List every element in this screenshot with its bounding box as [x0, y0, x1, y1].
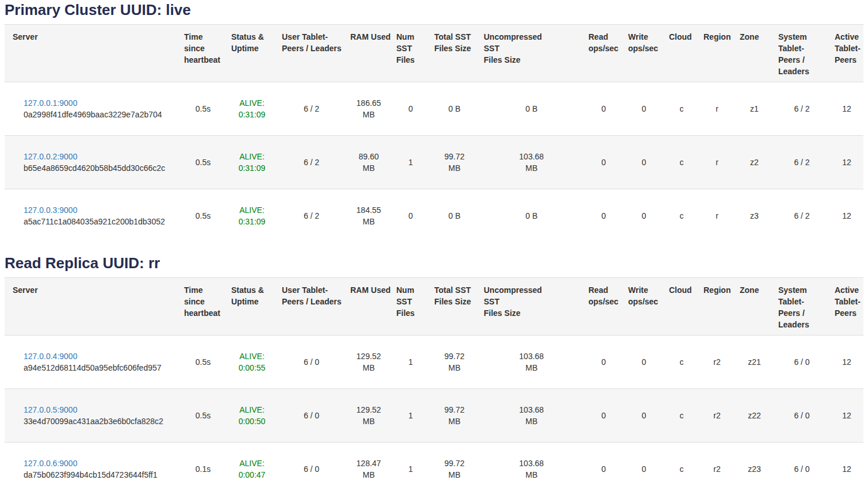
server-cell: 127.0.0.1:9000 0a2998f41dfe4969baac3229e…: [5, 82, 179, 136]
ram-used-cell: 186.65 MB: [346, 82, 392, 136]
col-user-tablet-peers: User Tablet- Peers / Leaders: [277, 25, 346, 82]
region-cell: r2: [699, 442, 735, 484]
server-uuid: a5ac711c1a084035a921c200b1db3052: [24, 216, 175, 227]
read-replica-table: Server Time since heartbeat Status & Upt…: [5, 277, 863, 484]
server-link[interactable]: 127.0.0.5:9000: [24, 405, 77, 414]
system-tablet-peers-cell: 6 / 2: [774, 82, 830, 136]
status-uptime-cell: ALIVE: 0:31:09: [227, 136, 277, 189]
total-sst-size-cell: 0 B: [430, 189, 479, 243]
write-ops-cell: 0: [624, 189, 664, 243]
server-uuid: b65e4a8659cd4620b58b45dd30c66c2c: [24, 162, 175, 174]
active-tablet-peers-cell: 12: [830, 442, 863, 484]
zone-cell: z23: [735, 442, 774, 484]
uncompressed-sst-size-cell: 103.68 MB: [479, 442, 584, 484]
server-link[interactable]: 127.0.0.4:9000: [24, 352, 77, 361]
col-status-uptime: Status & Uptime: [227, 25, 277, 82]
col-system-tablet-peers: System Tablet- Peers / Leaders: [774, 277, 830, 335]
read-ops-cell: 0: [584, 82, 624, 136]
table-row: 127.0.0.3:9000 a5ac711c1a084035a921c200b…: [5, 189, 863, 243]
server-link[interactable]: 127.0.0.6:9000: [24, 459, 77, 468]
status-uptime-cell: ALIVE: 0:00:55: [227, 335, 277, 388]
user-tablet-peers-cell: 6 / 0: [277, 442, 346, 484]
col-ram-used: RAM Used: [346, 25, 392, 82]
num-sst-files-cell: 1: [392, 442, 430, 484]
region-cell: r: [699, 189, 735, 243]
server-uuid: a94e512d68114d50a95ebfc606fed957: [24, 362, 175, 374]
col-write-ops: Write ops/sec: [624, 277, 664, 335]
region-cell: r2: [699, 335, 735, 388]
region-cell: r2: [699, 388, 735, 442]
col-region: Region: [699, 277, 735, 335]
heartbeat-cell: 0.5s: [179, 82, 227, 136]
col-user-tablet-peers: User Tablet- Peers / Leaders: [277, 277, 346, 335]
cloud-cell: c: [664, 335, 699, 388]
total-sst-size-cell: 99.72 MB: [430, 388, 479, 442]
server-cell: 127.0.0.4:9000 a94e512d68114d50a95ebfc60…: [5, 335, 179, 388]
total-sst-size-cell: 0 B: [430, 82, 479, 136]
system-tablet-peers-cell: 6 / 2: [774, 136, 830, 189]
user-tablet-peers-cell: 6 / 2: [277, 82, 346, 136]
table-header-row: Server Time since heartbeat Status & Upt…: [5, 277, 863, 335]
active-tablet-peers-cell: 12: [830, 189, 863, 243]
primary-cluster-title: Primary Cluster UUID: live: [5, 1, 863, 19]
num-sst-files-cell: 1: [392, 388, 430, 442]
status-uptime-cell: ALIVE: 0:00:47: [227, 442, 277, 484]
col-uncompressed-sst-size: Uncompressed SST Files Size: [479, 277, 584, 335]
num-sst-files-cell: 1: [392, 335, 430, 388]
col-server: Server: [5, 277, 179, 335]
zone-cell: z3: [735, 189, 774, 243]
server-link[interactable]: 127.0.0.3:9000: [24, 205, 77, 215]
col-server: Server: [5, 25, 179, 82]
ram-used-cell: 89.60 MB: [346, 136, 392, 189]
cloud-cell: c: [664, 442, 699, 484]
ram-used-cell: 184.55 MB: [346, 189, 392, 243]
read-ops-cell: 0: [584, 136, 624, 189]
write-ops-cell: 0: [624, 388, 664, 442]
table-row: 127.0.0.5:9000 33e4d70099ac431aa2b3e6b0c…: [5, 388, 863, 442]
total-sst-size-cell: 99.72 MB: [430, 442, 479, 484]
system-tablet-peers-cell: 6 / 0: [774, 442, 830, 484]
col-active-tablet-peers: Active Tablet- Peers: [830, 277, 863, 335]
server-link[interactable]: 127.0.0.2:9000: [24, 152, 77, 161]
uncompressed-sst-size-cell: 103.68 MB: [479, 388, 584, 442]
active-tablet-peers-cell: 12: [830, 136, 863, 189]
user-tablet-peers-cell: 6 / 2: [277, 189, 346, 243]
read-ops-cell: 0: [584, 335, 624, 388]
cloud-cell: c: [664, 388, 699, 442]
uncompressed-sst-size-cell: 103.68 MB: [479, 136, 584, 189]
col-uncompressed-sst-size: Uncompressed SST Files Size: [479, 25, 584, 82]
active-tablet-peers-cell: 12: [830, 388, 863, 442]
zone-cell: z22: [735, 388, 774, 442]
total-sst-size-cell: 99.72 MB: [430, 335, 479, 388]
region-cell: r: [699, 82, 735, 136]
cloud-cell: c: [664, 136, 699, 189]
primary-cluster-section: Primary Cluster UUID: live Server Time s…: [5, 1, 863, 243]
server-link[interactable]: 127.0.0.1:9000: [24, 98, 77, 108]
read-ops-cell: 0: [584, 442, 624, 484]
server-uuid: 33e4d70099ac431aa2b3e6b0cfa828c2: [24, 416, 175, 427]
primary-cluster-table: Server Time since heartbeat Status & Upt…: [5, 24, 863, 243]
uncompressed-sst-size-cell: 0 B: [479, 189, 584, 243]
cloud-cell: c: [664, 82, 699, 136]
table-row: 127.0.0.1:9000 0a2998f41dfe4969baac3229e…: [5, 82, 863, 136]
table-row: 127.0.0.2:9000 b65e4a8659cd4620b58b45dd3…: [5, 136, 863, 189]
ram-used-cell: 128.47 MB: [346, 442, 392, 484]
table-row: 127.0.0.6:9000 da75b0623f994b4cb15d47236…: [5, 442, 863, 484]
col-total-sst-size: Total SST Files Size: [430, 277, 479, 335]
col-zone: Zone: [735, 25, 774, 82]
server-cell: 127.0.0.5:9000 33e4d70099ac431aa2b3e6b0c…: [5, 388, 179, 442]
user-tablet-peers-cell: 6 / 2: [277, 136, 346, 189]
region-cell: r: [699, 136, 735, 189]
col-time-since-heartbeat: Time since heartbeat: [179, 25, 227, 82]
heartbeat-cell: 0.5s: [179, 335, 227, 388]
read-ops-cell: 0: [584, 388, 624, 442]
col-ram-used: RAM Used: [346, 277, 392, 335]
system-tablet-peers-cell: 6 / 2: [774, 189, 830, 243]
zone-cell: z1: [735, 82, 774, 136]
ram-used-cell: 129.52 MB: [346, 335, 392, 388]
status-uptime-cell: ALIVE: 0:31:09: [227, 82, 277, 136]
cloud-cell: c: [664, 189, 699, 243]
table-header-row: Server Time since heartbeat Status & Upt…: [5, 25, 863, 82]
num-sst-files-cell: 1: [392, 136, 430, 189]
num-sst-files-cell: 0: [392, 82, 430, 136]
